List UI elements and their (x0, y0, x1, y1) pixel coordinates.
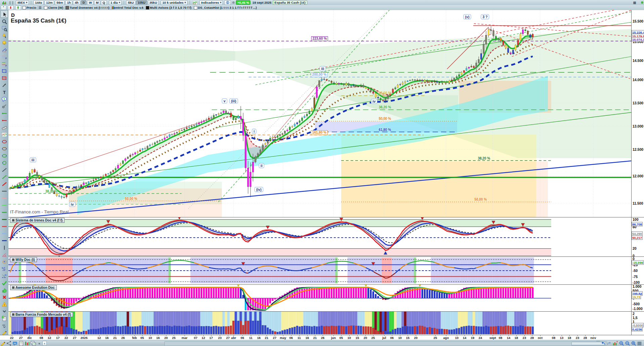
collapse-tool-icon[interactable] (1, 308, 8, 315)
callout-tool-icon[interactable]: T (1, 96, 8, 103)
trend-arrow-tool-icon[interactable] (1, 81, 8, 89)
indicator-toggle-2[interactable]: Cierre (W) (44, 6, 63, 9)
units-dropdown[interactable]: 10 k unidades (161, 0, 188, 5)
line-red-tool-icon[interactable] (1, 180, 8, 187)
checkbox-icon[interactable] (194, 6, 197, 9)
circle-target-tool-icon[interactable]: + (1, 258, 8, 265)
indicator-toggle-4[interactable]: Control Total Doc v.6 (112, 6, 144, 9)
line-black-tool-icon[interactable] (1, 166, 8, 173)
draw-icon[interactable] (0, 341, 6, 346)
price-chart[interactable] (8, 10, 631, 217)
horizontal-scrollbar[interactable] (164, 341, 607, 346)
timeframe-button-12m[interactable]: 12m (44, 0, 54, 5)
collapse-toolbar-button[interactable]: ⌃ (1, 5, 6, 10)
hline-black-tool-icon[interactable] (1, 187, 8, 195)
sell-arrow-button[interactable]: ⬇ (8, 5, 14, 10)
orders-tool-icon[interactable]: 4 (1, 315, 8, 322)
fib-retracement-tool-icon[interactable]: F (1, 53, 8, 60)
hline-red2-tool-icon[interactable] (1, 223, 8, 230)
panel-separator[interactable] (8, 256, 644, 257)
scroll-left-button[interactable]: ‹ (42, 341, 47, 346)
fib-projection-tool-icon[interactable]: F (1, 46, 8, 53)
timeframe-button-W[interactable]: W (87, 0, 93, 5)
symbol-selector[interactable]: IBEX (16, 0, 29, 5)
timeframe-button-56m[interactable]: 56m (55, 0, 65, 5)
panel-title-2[interactable]: Awesome Evolution Doc (10, 285, 57, 290)
timeframe-button-1h[interactable]: 1h (65, 0, 72, 5)
tune-icon[interactable] (612, 341, 618, 346)
cursor-tool-icon[interactable] (0, 10, 8, 18)
hline-pink-tool-icon[interactable] (1, 195, 8, 202)
unit-button-10kU[interactable]: 10kU (136, 0, 147, 5)
square-icon[interactable] (66, 6, 69, 9)
rect-blue-tool-icon[interactable] (1, 67, 8, 74)
pause-icon[interactable]: ❚❚ (8, 0, 14, 5)
unit-button-5kU[interactable]: 5kU (126, 0, 135, 5)
timeframe-button-Q[interactable]: Q (101, 0, 107, 5)
collapse-left-icon[interactable]: « (36, 341, 42, 346)
buy-arrow-button[interactable]: ⬆ (15, 5, 21, 10)
vline-tool-icon[interactable] (1, 244, 8, 251)
panel-title-0[interactable]: Sistema de trenes Doc v4 (f f) (10, 218, 65, 223)
thumbs-up-tool-icon[interactable] (1, 286, 8, 293)
zoom-out-icon[interactable] (625, 341, 631, 346)
ellipse-brown-tool-icon[interactable] (1, 145, 8, 152)
indicator-toggle-1[interactable]: ☰ (39, 6, 42, 9)
panel-separator[interactable] (8, 311, 644, 312)
zoom-in-icon[interactable] (631, 341, 637, 346)
timeframe-button-M[interactable]: M (94, 0, 100, 5)
indicators-menu[interactable]: Indicadores (199, 0, 223, 5)
checkbox-icon[interactable] (44, 6, 47, 9)
angle-tool-icon[interactable]: α (1, 251, 8, 258)
sistema-trenes-panel[interactable] (8, 217, 631, 256)
pin-tool-icon[interactable] (1, 103, 8, 110)
time-axis[interactable]: 2227dic0812172227202512162126feb05101620… (0, 335, 644, 340)
timeframe-button-144s[interactable]: 144s (33, 0, 44, 5)
hline-red-tool-tool-icon[interactable] (1, 117, 8, 124)
period-dropdown[interactable]: 1 día (109, 0, 122, 5)
text-tool-icon[interactable]: T (1, 89, 8, 96)
awesome-evolution-panel[interactable] (8, 284, 631, 311)
points-blue2-tool-icon[interactable]: +ba c+ (1, 272, 8, 279)
unit-button-35kU[interactable]: 35kU (148, 0, 159, 5)
info-button[interactable]: 🛈 (224, 0, 231, 5)
hline-darkgreen-tool-icon[interactable] (1, 216, 8, 223)
rect-red-tool-icon[interactable] (1, 74, 8, 81)
window-grid-icon[interactable]: ▦ (632, 0, 638, 5)
zoom-area-tool-icon[interactable] (1, 25, 8, 32)
indicator-toggle-0[interactable]: Precio (23, 6, 36, 9)
circle-green-tool-icon[interactable] (1, 159, 8, 166)
panel-title-3[interactable]: Barra Fuerza Fondo Mercado v4 (f) (10, 312, 73, 317)
more-tool-icon[interactable]: ••• (1, 322, 8, 329)
line-green-tool-icon[interactable] (1, 173, 8, 180)
bars-icon[interactable] (24, 341, 30, 346)
share-icon[interactable] (6, 341, 12, 346)
hline-green-tool-tool-icon[interactable] (1, 110, 8, 117)
timeframe-button-4h[interactable]: 4h (73, 0, 80, 5)
alarm-pointer-tool-icon[interactable] (1, 32, 8, 39)
hline-lightblue-tool-icon[interactable] (1, 230, 8, 237)
square-icon[interactable] (146, 6, 149, 9)
checkbox-icon[interactable] (23, 6, 26, 9)
hline-lightgreen-tool-icon[interactable] (1, 202, 8, 209)
timeframe-button-D[interactable]: D (81, 0, 87, 5)
undo-icon[interactable] (600, 341, 606, 346)
barra-fuerza-panel[interactable] (8, 311, 631, 335)
panel-title-1[interactable]: Willy Doc (t) (10, 257, 37, 262)
hline-green2-tool-icon[interactable] (1, 209, 8, 216)
comment-icon[interactable]: ••• (12, 341, 18, 346)
redo-icon[interactable] (606, 341, 612, 346)
window-dot-icon[interactable] (639, 0, 644, 5)
indicator-toggle-3[interactable]: Tunel Domenec v4 (t t t t t) (66, 6, 110, 9)
panel-separator[interactable] (8, 284, 644, 285)
list-icon[interactable]: ☰ (39, 6, 42, 9)
columns-icon[interactable] (637, 341, 643, 346)
alarm-tool-icon[interactable] (1, 39, 8, 46)
indicator-toggle-6[interactable]: DS_CotasHist (1 t t t 3 1 1 f f t f f f … (194, 6, 257, 9)
zoom-fit-icon[interactable] (618, 341, 625, 346)
price-axis[interactable]: 15.50015.00014.50014.00013.50013.00012.5… (631, 10, 644, 340)
delete-tool-icon[interactable] (1, 293, 8, 301)
zoom-tool-icon[interactable] (1, 18, 8, 25)
indicator-toggle-5[interactable]: Multi Avisos (3 f 3 1,5 70 f f) (146, 6, 192, 9)
fib-colored-tool-icon[interactable]: F (1, 60, 8, 67)
